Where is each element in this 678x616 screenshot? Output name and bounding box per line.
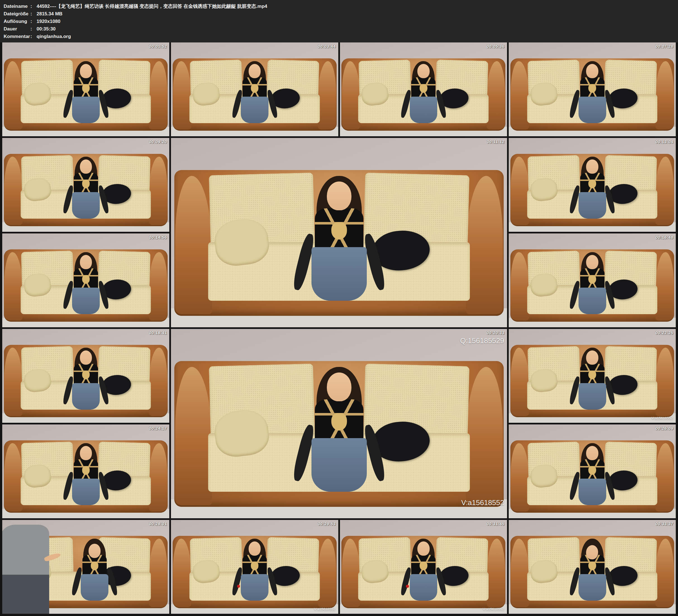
timestamp-overlay: 00:20:33: [487, 330, 504, 335]
meta-value-kommentar: qinglanhua.org: [37, 33, 678, 40]
video-id-watermark: V:a15618552: [651, 416, 673, 420]
video-frame-scene: [2, 138, 169, 232]
video-frame-scene: [2, 42, 169, 136]
person-denim-skirt: [72, 287, 100, 314]
video-frame-scene: [340, 520, 507, 614]
video-thumbnail-00:29:53: 00:29:53V:a15618552: [171, 520, 338, 614]
person-denim-skirt: [72, 383, 100, 410]
meta-colon: :: [31, 25, 37, 33]
person-figure: [578, 252, 606, 314]
second-person-figure: [2, 525, 49, 614]
person-denim-skirt: [311, 247, 367, 301]
person-face: [586, 159, 598, 174]
person-face: [327, 373, 351, 401]
video-thumbnail-00:14:56: 00:14:56: [2, 233, 169, 327]
rope-chest-knot: [420, 84, 427, 93]
red-object: [406, 585, 409, 588]
person-face: [80, 255, 92, 269]
video-thumbnail-00:18:41: 00:18:41: [2, 329, 169, 423]
person-denim-skirt: [81, 574, 108, 601]
person-denim-skirt: [578, 287, 606, 314]
timestamp-overlay: 00:16:48: [655, 235, 673, 240]
person-face: [586, 446, 598, 460]
video-frame-scene: [340, 42, 507, 136]
meta-colon: :: [31, 10, 37, 17]
sofa-armrest-right: [149, 61, 167, 129]
rope-chest-knot: [420, 562, 427, 570]
meta-value-dateiname: 44592----【龙飞绳艺】绳艺访谈 长得越漂亮越骚 变态提问，变态回答 在金…: [37, 2, 678, 10]
file-meta-row-dauer: Dauer:00:35:30: [4, 25, 678, 33]
person-face: [249, 64, 261, 78]
file-meta-row-dateiname: Dateiname:44592----【龙飞绳艺】绳艺访谈 长得越漂亮越骚 变态…: [4, 2, 678, 10]
person-denim-skirt: [72, 192, 100, 219]
video-contact-sheet: Dateiname:44592----【龙飞绳艺】绳艺访谈 长得越漂亮越骚 变态…: [0, 0, 678, 616]
person-denim-skirt: [410, 574, 438, 601]
person-face: [80, 159, 92, 174]
sofa-armrest-right: [149, 443, 167, 511]
timestamp-overlay: 00:29:53: [317, 521, 336, 526]
person-face: [417, 541, 429, 556]
video-id-watermark: V:a15618552: [483, 607, 504, 611]
person-face: [586, 64, 598, 78]
video-frame-scene: [509, 424, 676, 518]
timestamp-overlay: 00:14:56: [149, 235, 167, 240]
file-meta-row-aufloesung: Auflösung:1920x1080: [4, 17, 678, 25]
person-face: [249, 541, 261, 556]
video-frame-scene: [171, 42, 338, 136]
timestamp-overlay: 00:05:36: [487, 44, 504, 49]
meta-label: Kommentar: [4, 33, 31, 40]
person-denim-skirt: [578, 574, 606, 601]
rope-chest-knot: [331, 413, 347, 431]
person-face: [80, 64, 92, 78]
person-denim-skirt: [578, 97, 606, 123]
meta-value-dateigroesse: 2815.34 MB: [37, 10, 678, 17]
meta-value-dauer: 00:35:30: [37, 25, 678, 33]
timestamp-overlay: 00:13:04: [655, 139, 673, 144]
timestamp-overlay: 00:18:41: [149, 330, 167, 335]
timestamp-overlay: 00:07:28: [655, 44, 673, 49]
timestamp-overlay: 00:28:01: [149, 521, 167, 526]
person-face: [417, 64, 429, 78]
video-thumbnail-00:11:12: 00:11:12: [171, 138, 507, 327]
meta-value-aufloesung: 1920x1080: [37, 17, 678, 25]
file-info-header: Dateiname:44592----【龙飞绳艺】绳艺访谈 长得越漂亮越骚 变态…: [0, 0, 678, 42]
person-denim-skirt: [410, 97, 438, 123]
person-figure: [410, 61, 438, 123]
video-frame-scene: [509, 520, 676, 614]
video-thumbnail-00:31:45: 00:31:45V:a15618552: [340, 520, 507, 614]
timestamp-overlay: 00:26:09: [655, 426, 673, 431]
person-denim-skirt: [578, 478, 606, 505]
person-face: [327, 182, 351, 210]
video-thumbnail-00:07:28: 00:07:28: [509, 42, 676, 136]
person-denim-skirt: [241, 97, 268, 123]
sofa-armrest-right: [149, 157, 167, 225]
person-figure: [311, 367, 367, 492]
video-id-watermark: V:a15618552: [461, 498, 504, 507]
meta-colon: :: [31, 2, 37, 10]
video-thumbnail-00:16:48: 00:16:48: [509, 233, 676, 327]
person-figure: [72, 252, 100, 314]
qq-watermark: Q:156185529: [460, 337, 504, 345]
person-figure: [578, 443, 606, 505]
timestamp-overlay: 00:11:12: [487, 139, 504, 144]
video-frame-scene: [2, 233, 169, 327]
person-figure: [578, 61, 606, 123]
video-thumbnail-00:26:09: 00:26:09: [509, 424, 676, 518]
video-frame-scene: [171, 520, 338, 614]
meta-label: Auflösung: [4, 17, 31, 25]
person-figure: [578, 157, 606, 219]
video-frame-scene: [509, 329, 676, 423]
meta-label: Dateigröße: [4, 10, 31, 17]
person-figure: [81, 539, 108, 601]
meta-label: Dauer: [4, 25, 31, 33]
timestamp-overlay: 00:22:25: [655, 330, 673, 335]
video-frame-scene: [509, 138, 676, 232]
person-figure: [241, 61, 268, 123]
video-thumbnail-00:03:44: 00:03:44: [171, 42, 338, 136]
video-thumbnail-00:05:36: 00:05:36: [340, 42, 507, 136]
person-denim-skirt: [72, 478, 100, 505]
timestamp-overlay: 00:31:45: [487, 521, 504, 526]
video-thumbnail-00:20:33: 00:20:33Q:156185529V:a15618552: [171, 329, 507, 518]
person-figure: [311, 176, 367, 301]
file-meta-row-dateigroesse: Dateigröße:2815.34 MB: [4, 10, 678, 17]
